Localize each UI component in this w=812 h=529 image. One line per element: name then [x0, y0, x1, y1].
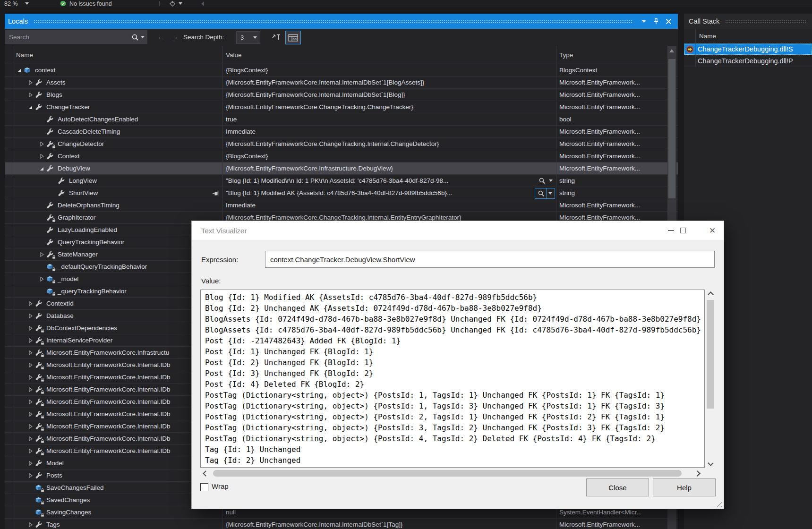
expander-collapsed-icon[interactable]	[26, 312, 35, 320]
expander-collapsed-icon[interactable]	[26, 386, 35, 393]
expander-collapsed-icon[interactable]	[37, 251, 46, 258]
pinned-value-icon[interactable]	[212, 190, 220, 197]
close-icon[interactable]	[663, 16, 674, 27]
row-name-cell[interactable]: Tags	[13, 519, 223, 529]
row-value-cell[interactable]: {Microsoft.EntityFrameworkCore.Internal.…	[223, 89, 556, 101]
pin-icon[interactable]	[650, 16, 662, 27]
row-name-cell[interactable]: DebugView	[13, 162, 223, 175]
expander-expanded-icon[interactable]	[26, 103, 35, 111]
callstack-name-header[interactable]: Name	[696, 29, 812, 43]
expander-collapsed-icon[interactable]	[26, 361, 35, 369]
expander-collapsed-icon[interactable]	[26, 300, 35, 307]
scroll-right-icon[interactable]	[694, 470, 701, 477]
wrap-checkbox[interactable]	[200, 483, 208, 491]
tree-row[interactable]: LongView"Blog {Id: 1} Modified\r\n Id: 1…	[5, 175, 678, 187]
row-name-cell[interactable]: context	[13, 64, 223, 77]
row-name-cell[interactable]: Blogs	[13, 89, 223, 101]
expander-collapsed-icon[interactable]	[26, 398, 35, 406]
window-menu-chevron-icon[interactable]	[638, 16, 650, 27]
row-value-cell[interactable]: {Microsoft.EntityFrameworkCore.Internal.…	[223, 77, 556, 89]
issues-status-text[interactable]: No issues found	[69, 0, 112, 7]
expander-collapsed-icon[interactable]	[26, 472, 35, 479]
expander-expanded-icon[interactable]	[14, 67, 24, 74]
value-column-header[interactable]: Value	[223, 46, 556, 64]
row-name-cell[interactable]: ChangeTracker	[13, 101, 223, 113]
search-depth-combobox[interactable]: 3	[236, 31, 260, 44]
expander-collapsed-icon[interactable]	[26, 91, 35, 99]
type-column-header[interactable]: Type	[556, 46, 678, 64]
row-value-cell[interactable]: {BlogsContext}	[223, 150, 556, 162]
expander-collapsed-icon[interactable]	[26, 521, 35, 529]
row-value-cell[interactable]: {Microsoft.EntityFrameworkCore.ChangeTra…	[223, 138, 556, 150]
visualizer-text[interactable]: Blog {Id: 1} Modified AK {AssetsId: c478…	[201, 290, 704, 466]
search-next-icon[interactable]: →	[171, 33, 179, 41]
dialog-close-icon[interactable]: ✕	[706, 221, 719, 240]
expander-collapsed-icon[interactable]	[26, 324, 35, 332]
tree-row[interactable]: ShortView"Blog {Id: 1} Modified AK {Asse…	[5, 187, 678, 199]
callstack-frame[interactable]: ChangeTrackerDebugging.dll!S	[684, 43, 812, 55]
row-name-cell[interactable]: Context	[13, 150, 223, 162]
expander-collapsed-icon[interactable]	[26, 460, 35, 467]
expander-collapsed-icon[interactable]	[26, 337, 35, 344]
scrollbar-thumb[interactable]	[668, 59, 675, 198]
expander-collapsed-icon[interactable]	[37, 153, 46, 160]
row-value-cell[interactable]: {BlogsContext}	[223, 64, 556, 77]
expander-collapsed-icon[interactable]	[26, 349, 35, 357]
callstack-frame[interactable]: ChangeTrackerDebugging.dll!P	[684, 55, 812, 67]
row-name-cell[interactable]: ShortView	[13, 187, 223, 199]
visualizer-dropdown-icon[interactable]	[546, 188, 554, 198]
tree-row[interactable]: context{BlogsContext}BlogsContext	[5, 64, 678, 77]
row-value-cell[interactable]: true	[223, 113, 556, 126]
expander-collapsed-icon[interactable]	[26, 374, 35, 381]
search-box[interactable]	[5, 30, 147, 44]
expander-collapsed-icon[interactable]	[26, 447, 35, 455]
zoom-level-dropdown-icon[interactable]	[25, 0, 29, 7]
row-name-cell[interactable]: LongView	[13, 175, 223, 187]
tree-row[interactable]: Context{BlogsContext}Microsoft.EntityFra…	[5, 150, 678, 162]
value-textarea[interactable]: Blog {Id: 1} Modified AK {AssetsId: c478…	[200, 290, 705, 468]
search-input[interactable]	[5, 33, 131, 41]
tree-row[interactable]: DeleteOrphansTimingImmediateMicrosoft.En…	[5, 199, 678, 212]
text-visualizer-launcher[interactable]	[536, 176, 555, 186]
text-visualizer-launcher[interactable]	[535, 188, 555, 199]
tree-row[interactable]: ChangeDetector{Microsoft.EntityFramework…	[5, 138, 678, 150]
tree-row[interactable]: DebugView{Microsoft.EntityFrameworkCore.…	[5, 162, 678, 175]
expander-collapsed-icon[interactable]	[37, 275, 46, 283]
callstack-titlebar[interactable]: Call Stack	[684, 14, 812, 29]
dialog-titlebar[interactable]: Text Visualizer	[192, 221, 724, 240]
tag-icon[interactable]	[169, 0, 176, 7]
expander-collapsed-icon[interactable]	[26, 410, 35, 418]
tree-row[interactable]: ChangeTracker{Microsoft.EntityFrameworkC…	[5, 101, 678, 113]
expander-collapsed-icon[interactable]	[37, 140, 46, 148]
tag-dropdown-icon[interactable]	[179, 0, 182, 7]
expander-collapsed-icon[interactable]	[26, 435, 35, 443]
scrollbar-thumb[interactable]	[213, 470, 682, 477]
row-name-cell[interactable]: DeleteOrphansTiming	[13, 199, 223, 212]
row-value-cell[interactable]: {Microsoft.EntityFrameworkCore.Infrastru…	[223, 162, 556, 175]
scroll-up-icon[interactable]	[708, 291, 714, 298]
scroll-up-icon[interactable]	[669, 49, 674, 52]
close-button[interactable]: Close	[586, 478, 649, 496]
collapse-left-icon[interactable]	[201, 0, 204, 7]
tree-row[interactable]: Tags{Microsoft.EntityFrameworkCore.Inter…	[5, 519, 678, 529]
row-value-cell[interactable]: Immediate	[223, 126, 556, 138]
help-button[interactable]: Help	[653, 478, 716, 496]
expander-expanded-icon[interactable]	[37, 165, 46, 172]
show-raw-structure-icon[interactable]: ab	[285, 31, 301, 44]
scrollbar-thumb[interactable]	[707, 300, 714, 409]
row-name-cell[interactable]: AutoDetectChangesEnabled	[13, 113, 223, 126]
row-value-cell[interactable]: Immediate	[223, 199, 556, 212]
row-name-cell[interactable]: Assets	[13, 77, 223, 89]
expression-field[interactable]: context.ChangeTracker.DebugView.ShortVie…	[265, 251, 715, 268]
row-value-cell[interactable]: "Blog {Id: 1} Modified\r\n Id: 1 PK\r\n …	[223, 175, 556, 187]
expander-collapsed-icon[interactable]	[26, 79, 35, 86]
row-value-cell[interactable]: "Blog {Id: 1} Modified AK {AssetsId: c47…	[223, 187, 556, 199]
expander-collapsed-icon[interactable]	[26, 423, 35, 430]
locals-titlebar[interactable]: Locals	[5, 14, 678, 29]
row-name-cell[interactable]: CascadeDeleteTiming	[13, 126, 223, 138]
name-column-header[interactable]: Name	[13, 46, 223, 64]
scroll-left-icon[interactable]	[203, 470, 209, 477]
dialog-horizontal-scrollbar[interactable]	[200, 469, 705, 478]
pin-datatips-icon[interactable]	[270, 31, 283, 43]
tree-row[interactable]: AutoDetectChangesEnabledtruebool	[5, 113, 678, 126]
